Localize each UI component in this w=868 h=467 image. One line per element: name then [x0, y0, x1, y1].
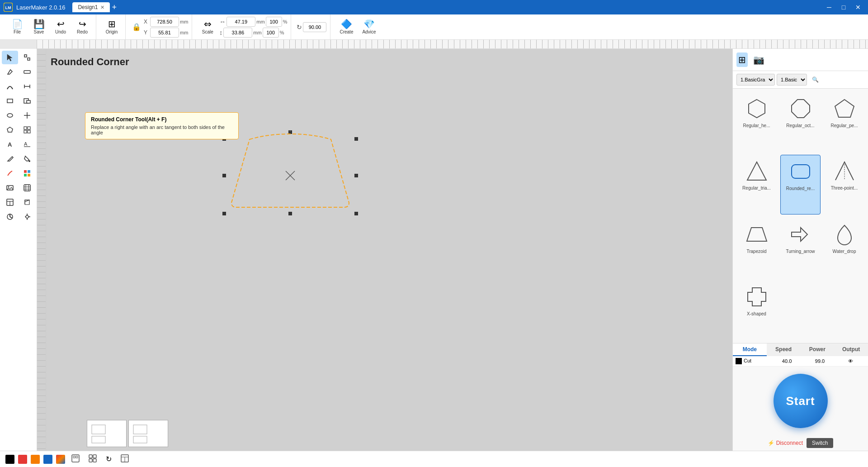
thumbnail-2[interactable]	[128, 420, 168, 447]
status-red-button[interactable]	[18, 455, 27, 464]
shape-item-pentagon[interactable]: Regular_pe...	[824, 92, 864, 151]
handle-bm[interactable]	[288, 212, 292, 215]
paint-option-button[interactable]	[19, 167, 35, 180]
disconnect-label: Disconnect	[776, 440, 803, 446]
table-button[interactable]	[118, 453, 132, 465]
shape-item-turning-arrow[interactable]: Turning_arrow	[780, 218, 821, 277]
pen-option-button[interactable]	[19, 65, 35, 79]
add-tab-button[interactable]: +	[112, 3, 117, 12]
grid-tool-button[interactable]	[19, 123, 35, 137]
angle-input[interactable]	[303, 22, 326, 32]
handle-mr[interactable]	[354, 174, 358, 177]
canvas-shape[interactable]	[222, 130, 358, 221]
height-input[interactable]	[223, 28, 252, 38]
table-option-button[interactable]	[19, 195, 35, 209]
cut-color-cell: Cut	[733, 356, 779, 367]
status-orange-button[interactable]	[31, 455, 40, 464]
ellipse-tool-button[interactable]	[2, 109, 18, 122]
canvas-area[interactable]: Rounded Corner Rounded Corner Tool(Alt +…	[37, 49, 732, 451]
file-button[interactable]: 📄 File	[7, 18, 27, 36]
lock-icon[interactable]: 🔒	[131, 22, 142, 32]
cut-color-swatch	[736, 358, 742, 364]
h-pct-input[interactable]	[263, 28, 279, 38]
select-tool-button[interactable]	[2, 51, 18, 64]
handle-bl[interactable]	[222, 212, 226, 215]
redo-button[interactable]: ↪ Redo	[72, 18, 92, 36]
scale-button[interactable]: ⇔ Scale	[198, 18, 217, 36]
pen-tool-button[interactable]	[2, 65, 18, 79]
rect-tool-button[interactable]	[2, 94, 18, 108]
handle-ml[interactable]	[222, 174, 226, 177]
shape-item-rounded-rect[interactable]: Rounded_re...	[780, 155, 821, 214]
eraser-tool-button[interactable]	[2, 152, 18, 166]
image-option-button[interactable]	[19, 181, 35, 195]
sync-button[interactable]: ↻	[103, 454, 114, 464]
power-tab[interactable]: Power	[801, 343, 835, 356]
ellipse-option-button[interactable]	[19, 109, 35, 122]
node-tool-button[interactable]	[19, 51, 35, 64]
special-tool-button[interactable]	[2, 210, 18, 224]
grid-view-button[interactable]: ⊞	[736, 52, 748, 67]
shape-item-water-drop[interactable]: Water_drop	[824, 218, 864, 277]
extra-tool-button[interactable]	[19, 210, 35, 224]
curve-option-button[interactable]	[19, 80, 35, 93]
mode-tab[interactable]: Mode	[733, 343, 767, 356]
select-mode-button[interactable]	[69, 453, 82, 465]
paint-tool-button[interactable]	[2, 167, 18, 180]
svg-line-40	[10, 217, 12, 218]
visibility-toggle[interactable]: 👁	[848, 358, 853, 364]
undo-button[interactable]: ↩ Undo	[51, 18, 71, 36]
svg-rect-19	[28, 130, 30, 133]
minimize-button[interactable]: ─	[823, 3, 835, 12]
close-window-button[interactable]: ✕	[852, 3, 864, 12]
save-button[interactable]: 💾 Save	[29, 18, 49, 36]
status-blue-button[interactable]	[43, 455, 52, 464]
text-option-button[interactable]: A	[19, 138, 35, 151]
y-input[interactable]	[150, 28, 179, 38]
curve-tool-button[interactable]	[2, 80, 18, 93]
shape-item-x-shaped[interactable]: X-shaped	[736, 281, 777, 339]
status-black-button[interactable]	[5, 455, 14, 464]
search-button[interactable]: 🔍	[809, 74, 821, 86]
switch-button[interactable]: Switch	[807, 438, 833, 448]
start-button[interactable]: Start	[774, 374, 828, 428]
design-tab[interactable]: Design1 ✕	[72, 2, 110, 12]
shape-item-triangle[interactable]: Regular_tria...	[736, 155, 777, 214]
table-tool-button[interactable]	[2, 195, 18, 209]
output-tab[interactable]: Output	[834, 343, 868, 356]
close-tab-button[interactable]: ✕	[100, 5, 104, 10]
redo-icon: ↪	[79, 19, 86, 29]
handle-br[interactable]	[354, 212, 358, 215]
w-pct-input[interactable]	[266, 17, 282, 27]
camera-view-button[interactable]: 📷	[751, 52, 766, 67]
speed-tab[interactable]: Speed	[767, 343, 801, 356]
handle-tr[interactable]	[354, 137, 358, 141]
advice-button[interactable]: 💎 Advice	[359, 18, 379, 36]
polygon-tool-button[interactable]	[2, 123, 18, 137]
shape-item-three-point[interactable]: Three-point...	[824, 155, 864, 214]
category-filter[interactable]: 1.BasicGra	[736, 74, 775, 86]
rect-option-button[interactable]	[19, 94, 35, 108]
subcategory-filter[interactable]: 1.Basic	[777, 74, 807, 86]
shape-item-hexagon[interactable]: Regular_he...	[736, 92, 777, 151]
scale-group: ⇔ Scale ↔ mm % ↕ mm %	[194, 14, 291, 39]
image-tool-button[interactable]	[2, 181, 18, 195]
origin-button[interactable]: ⊞ Origin	[102, 18, 122, 36]
canvas[interactable]: Rounded Corner Rounded Corner Tool(Alt +…	[46, 49, 732, 451]
fill-tool-button[interactable]	[19, 152, 35, 166]
status-gradient-button[interactable]	[56, 455, 65, 464]
maximize-button[interactable]: □	[837, 3, 850, 12]
width-input[interactable]	[226, 17, 255, 27]
selected-shape[interactable]	[231, 134, 349, 207]
thumbnail-1[interactable]	[87, 420, 127, 447]
shape-item-trapezoid[interactable]: Trapezoid	[736, 218, 777, 277]
create-button[interactable]: 🔷 Create	[336, 18, 357, 36]
x-input[interactable]	[150, 17, 179, 27]
redo-label: Redo	[77, 29, 88, 34]
disconnect-button[interactable]: ⚡ Disconnect	[768, 440, 803, 446]
grid-mode-button[interactable]	[86, 453, 99, 465]
x-shaped-label: X-shaped	[747, 311, 766, 316]
shape-item-octagon[interactable]: Regular_oct...	[780, 92, 821, 151]
text-tool-button[interactable]: A	[2, 138, 18, 151]
rotate-icon: ↻	[297, 24, 302, 31]
